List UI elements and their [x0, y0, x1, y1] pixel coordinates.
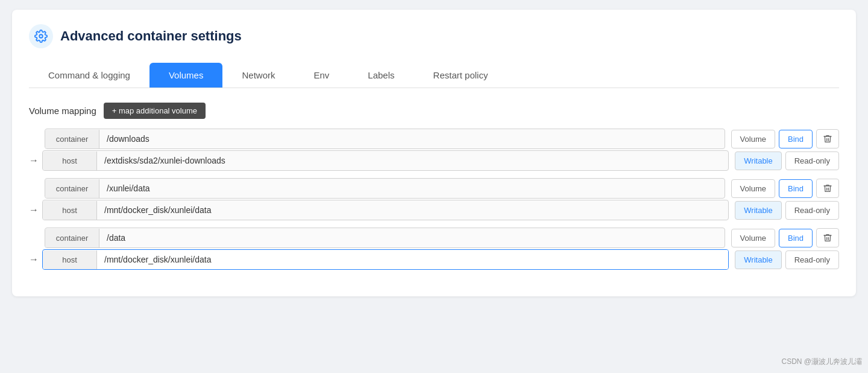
- arrow-right-icon-3: →: [29, 254, 39, 265]
- volume-2-container-input-group: container: [45, 178, 725, 199]
- volume-1-delete-btn[interactable]: [816, 129, 839, 148]
- volume-3-type-actions: Volume Bind: [731, 228, 839, 247]
- tab-volumes[interactable]: Volumes: [149, 63, 223, 88]
- settings-card: Advanced container settings Command & lo…: [12, 10, 856, 296]
- arrow-right-icon: →: [29, 155, 39, 166]
- volume-entry-2: container Volume Bind: [29, 178, 839, 220]
- volume-1-host-row: → host Writable Read-only: [29, 150, 839, 171]
- volume-1-host-input-group: host: [42, 150, 729, 171]
- volume-2-delete-btn[interactable]: [816, 179, 839, 198]
- volume-3-write-actions: Writable Read-only: [735, 250, 839, 269]
- volume-2-container-path[interactable]: [99, 179, 725, 198]
- volume-3-container-path[interactable]: [99, 228, 725, 247]
- volume-3-container-input-group: container: [45, 228, 725, 248]
- volume-1-write-actions: Writable Read-only: [735, 151, 839, 170]
- volume-2-bind-btn[interactable]: Bind: [779, 179, 813, 198]
- volume-1-container-path[interactable]: [99, 129, 725, 148]
- volume-1-type-actions: Volume Bind: [731, 129, 839, 148]
- tab-labels[interactable]: Labels: [348, 63, 414, 88]
- volume-3-readonly-btn[interactable]: Read-only: [785, 250, 839, 269]
- volume-3-host-label: host: [43, 250, 97, 269]
- section-label: Volume mapping: [29, 106, 96, 116]
- volume-1-volume-btn[interactable]: Volume: [731, 130, 775, 148]
- volume-2-volume-btn[interactable]: Volume: [731, 179, 775, 198]
- volume-3-volume-btn[interactable]: Volume: [731, 229, 775, 247]
- volume-3-writable-btn[interactable]: Writable: [735, 250, 781, 269]
- volume-1-writable-btn[interactable]: Writable: [735, 151, 781, 170]
- volume-2-readonly-btn[interactable]: Read-only: [785, 201, 839, 220]
- arrow-right-icon-2: →: [29, 205, 39, 215]
- page-header: Advanced container settings: [29, 24, 839, 48]
- add-volume-button[interactable]: + map additional volume: [104, 103, 206, 119]
- tab-network[interactable]: Network: [222, 63, 294, 88]
- volumes-list: container Volume Bind: [29, 129, 839, 270]
- volume-3-container-label: container: [45, 229, 99, 247]
- volume-3-host-input-group: host: [42, 249, 729, 270]
- volume-2-host-path[interactable]: [97, 200, 728, 220]
- volume-1-container-input-group: container: [45, 129, 725, 149]
- tab-env[interactable]: Env: [294, 63, 348, 88]
- volume-1-host-label: host: [43, 151, 97, 170]
- volume-2-container-row: container Volume Bind: [29, 178, 839, 199]
- volume-3-container-row: container Volume Bind: [29, 228, 839, 248]
- volume-1-readonly-btn[interactable]: Read-only: [785, 151, 839, 170]
- volume-entry-1: container Volume Bind: [29, 129, 839, 171]
- volume-2-host-row: → host Writable Read-only: [29, 200, 839, 220]
- volume-1-bind-btn[interactable]: Bind: [779, 130, 813, 148]
- volume-2-type-actions: Volume Bind: [731, 179, 839, 198]
- volume-1-container-label: container: [45, 130, 99, 148]
- gear-icon: [29, 24, 53, 48]
- volume-3-host-row: → host Writable Read-only: [29, 249, 839, 270]
- volume-2-host-input-group: host: [42, 200, 729, 220]
- volume-3-bind-btn[interactable]: Bind: [779, 229, 813, 247]
- tab-command-logging[interactable]: Command & logging: [29, 63, 149, 88]
- volume-entry-3: container Volume Bind: [29, 228, 839, 270]
- volume-3-delete-btn[interactable]: [816, 228, 839, 247]
- tabs-bar: Command & logging Volumes Network Env La…: [29, 63, 839, 88]
- page-title: Advanced container settings: [60, 28, 242, 44]
- volume-2-container-label: container: [45, 179, 99, 198]
- tab-restart-policy[interactable]: Restart policy: [414, 63, 508, 88]
- volume-2-write-actions: Writable Read-only: [735, 201, 839, 220]
- volume-1-container-row: container Volume Bind: [29, 129, 839, 149]
- watermark: CSDN @灏波儿奔波儿灞: [781, 357, 862, 367]
- volume-1-host-path[interactable]: [97, 151, 728, 170]
- volume-2-writable-btn[interactable]: Writable: [735, 201, 781, 220]
- svg-point-0: [39, 34, 43, 38]
- section-header: Volume mapping + map additional volume: [29, 103, 839, 119]
- volume-3-host-path[interactable]: [97, 250, 728, 269]
- volume-2-host-label: host: [43, 201, 97, 220]
